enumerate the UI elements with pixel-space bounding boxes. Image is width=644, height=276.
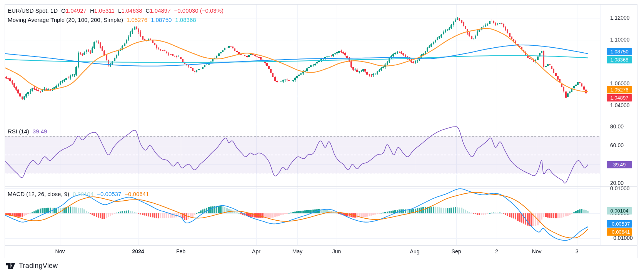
rsi-title[interactable]: RSI (14) [8, 128, 29, 135]
time-axis-label: 3 [576, 248, 579, 254]
time-axis-label: Feb [176, 248, 185, 254]
tradingview-logo-icon[interactable] [5, 262, 16, 270]
symbol-legend[interactable]: EUR/USD Spot, 1DO1.04927H1.05311L1.04638… [8, 7, 224, 14]
ma200-value: 1.08368 [175, 17, 196, 23]
time-axis-label: Nov [55, 248, 65, 254]
rsi-axis-label: 60.00 [610, 142, 624, 148]
macd-signal-value: −0.00641 [125, 191, 149, 197]
time-axis-label: Nov [532, 248, 542, 254]
change-value: −0.00030 (−0.03%) [174, 7, 224, 14]
open-value: 1.04927 [66, 7, 87, 14]
ma-legend[interactable]: Moving Average Triple (20, 100, 200, Sim… [8, 17, 196, 23]
footer-brand[interactable]: TradingView [5, 262, 58, 270]
time-axis-label: Apr [252, 248, 260, 254]
price-badge: 1.08368 [607, 56, 632, 63]
time-axis-label: Aug [410, 248, 420, 254]
open-key: O [61, 7, 66, 14]
time-axis-label: Sep [452, 248, 461, 254]
low-value: 1.04638 [121, 7, 142, 14]
ma20-value: 1.05276 [127, 17, 147, 23]
macd-title[interactable]: MACD (12, 26, close, 9) [8, 191, 69, 197]
price-axis-label: 1.04000 [610, 102, 630, 108]
ma-title[interactable]: Moving Average Triple (20, 100, 200, Sim… [8, 17, 123, 23]
price-axis-label: 1.12000 [610, 15, 630, 21]
high-key: H [90, 7, 94, 14]
chart-canvas[interactable] [0, 0, 644, 276]
price-badge: 1.04897 [607, 94, 632, 101]
time-axis-label: 2024 [132, 248, 144, 254]
time-axis-label: Jun [332, 248, 341, 254]
low-key: L [118, 7, 121, 14]
macd-axis-label: −0.01000 [610, 235, 633, 241]
symbol-title[interactable]: EUR/USD Spot, 1D [8, 7, 58, 14]
time-axis-label: May [292, 248, 302, 254]
close-key: C [145, 7, 150, 14]
close-value: 1.04897 [150, 7, 170, 14]
ma100-value: 1.08750 [151, 17, 172, 23]
macd-line-value: −0.00537 [97, 191, 121, 197]
high-value: 1.05311 [94, 7, 115, 14]
macd-badge: −0.00537 [607, 220, 632, 228]
rsi-axis-label: 80.00 [610, 123, 624, 130]
macd-badge: 0.00104 [607, 207, 632, 214]
time-scale[interactable] [5, 245, 637, 258]
time-axis-label: 2 [495, 248, 498, 254]
price-badge: 1.08750 [607, 48, 632, 55]
price-badge: 1.05276 [607, 86, 632, 93]
macd-axis-label: 0.01000 [610, 185, 630, 191]
macd-badge: −0.00641 [607, 228, 632, 236]
rsi-badge: 39.49 [607, 161, 632, 168]
price-axis-label: 1.10000 [610, 37, 630, 43]
rsi-value: 39.49 [33, 128, 47, 135]
macd-legend[interactable]: MACD (12, 26, close, 9)0.00104−0.00537−0… [8, 191, 149, 197]
rsi-legend[interactable]: RSI (14)39.49 [8, 128, 47, 135]
brand-name[interactable]: TradingView [19, 262, 58, 270]
macd-hist-value: 0.00104 [73, 191, 93, 197]
tradingview-chart[interactable]: EUR/USD Spot, 1DO1.04927H1.05311L1.04638… [0, 0, 644, 276]
